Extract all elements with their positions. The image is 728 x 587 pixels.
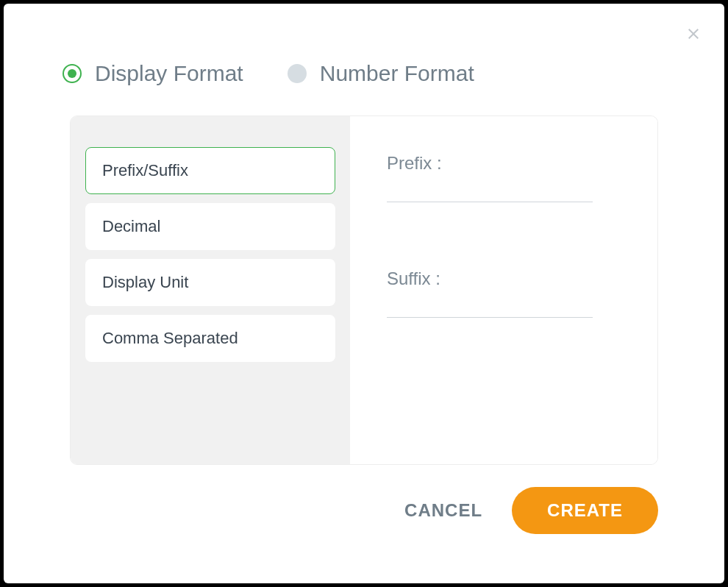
prefix-label: Prefix :: [387, 153, 621, 174]
format-dialog: Display Format Number Format Prefix/Suff…: [4, 4, 724, 583]
tab-label: Display Format: [95, 61, 243, 86]
tab-display-format[interactable]: Display Format: [63, 61, 243, 86]
radio-unselected-icon: [288, 64, 307, 83]
sidebar-item-prefix-suffix[interactable]: Prefix/Suffix: [85, 147, 335, 194]
sidebar-item-decimal[interactable]: Decimal: [85, 203, 335, 250]
suffix-field-group: Suffix :: [387, 268, 621, 318]
suffix-label: Suffix :: [387, 268, 621, 289]
sidebar-item-label: Decimal: [102, 217, 160, 235]
format-tabs: Display Format Number Format: [4, 4, 724, 86]
prefix-field-group: Prefix :: [387, 153, 621, 202]
sidebar-item-label: Comma Separated: [102, 329, 238, 347]
sidebar-item-label: Prefix/Suffix: [102, 161, 188, 179]
radio-selected-icon: [63, 64, 82, 83]
sidebar-item-label: Display Unit: [102, 273, 188, 291]
content-pane: Prefix : Suffix :: [350, 116, 657, 464]
dialog-actions: CANCEL CREATE: [4, 465, 724, 534]
create-button[interactable]: CREATE: [512, 487, 658, 534]
close-icon[interactable]: [685, 21, 702, 46]
prefix-input[interactable]: [387, 177, 593, 202]
sidebar-item-display-unit[interactable]: Display Unit: [85, 259, 335, 306]
tab-number-format[interactable]: Number Format: [288, 61, 474, 86]
sidebar: Prefix/Suffix Decimal Display Unit Comma…: [71, 116, 350, 464]
sidebar-item-comma-separated[interactable]: Comma Separated: [85, 315, 335, 362]
suffix-input[interactable]: [387, 292, 593, 318]
cancel-button[interactable]: CANCEL: [404, 500, 482, 521]
tab-label: Number Format: [320, 61, 474, 86]
panel: Prefix/Suffix Decimal Display Unit Comma…: [70, 115, 658, 465]
